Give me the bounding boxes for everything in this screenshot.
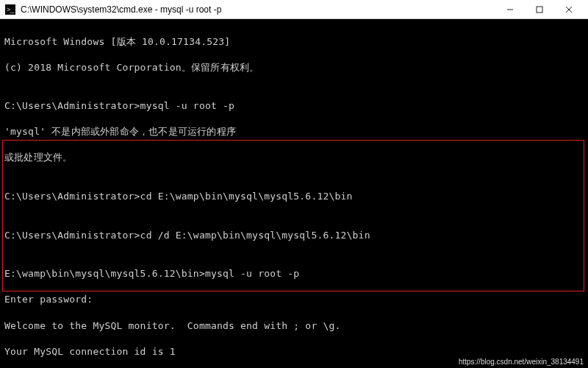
source-watermark: https://blog.csdn.net/weixin_38134491 xyxy=(457,358,585,368)
output-line: Enter password: xyxy=(4,293,584,306)
output-line: Microsoft Windows [版本 10.0.17134.523] xyxy=(4,35,584,49)
output-line: C:\Users\Administrator>mysql -u root -p xyxy=(4,99,584,113)
output-line: C:\Users\Administrator>cd E:\wamp\bin\my… xyxy=(4,190,584,203)
output-line: Your MySQL connection id is 1 xyxy=(4,345,584,358)
output-line: (c) 2018 Microsoft Corporation。保留所有权利。 xyxy=(4,61,584,74)
maximize-button[interactable] xyxy=(525,0,554,19)
output-line: 'mysql' 不是内部或外部命令，也不是可运行的程序 xyxy=(4,125,584,138)
terminal-output[interactable]: Microsoft Windows [版本 10.0.17134.523] (c… xyxy=(0,19,588,358)
close-button[interactable] xyxy=(554,0,584,19)
window-title: C:\WINDOWS\system32\cmd.exe - mysql -u r… xyxy=(21,4,495,15)
output-line: 或批处理文件。 xyxy=(4,151,584,164)
minimize-button[interactable] xyxy=(495,0,525,19)
cmd-icon: >_ xyxy=(4,4,16,15)
output-line: E:\wamp\bin\mysql\mysql5.6.12\bin>mysql … xyxy=(4,267,584,280)
svg-rect-3 xyxy=(537,7,542,13)
output-line: Welcome to the MySQL monitor. Commands e… xyxy=(4,319,584,333)
window-titlebar: >_ C:\WINDOWS\system32\cmd.exe - mysql -… xyxy=(0,0,588,19)
output-line: C:\Users\Administrator>cd /d E:\wamp\bin… xyxy=(4,229,584,242)
svg-text:>_: >_ xyxy=(7,6,15,13)
window-controls xyxy=(495,0,584,19)
